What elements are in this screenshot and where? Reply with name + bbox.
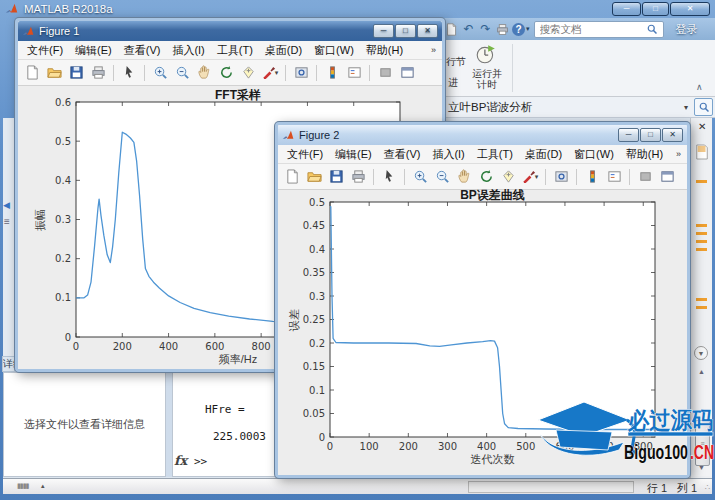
insert-colorbar-icon[interactable] — [322, 64, 342, 82]
data-cursor-icon[interactable] — [238, 64, 258, 82]
address-bar[interactable]: 立叶BP谐波分析 ▾ — [443, 97, 715, 118]
resize-grip-icon[interactable]: ∴ — [705, 483, 710, 492]
new-figure-icon[interactable] — [282, 168, 302, 186]
data-cursor-icon[interactable] — [498, 168, 518, 186]
print-figure-icon[interactable] — [88, 64, 108, 82]
zoom-out-icon[interactable] — [172, 64, 192, 82]
figure1-titlebar[interactable]: Figure 1 ─ □ ✕ — [18, 21, 442, 41]
brush-icon[interactable]: ▾ — [260, 64, 280, 82]
menu-help[interactable]: 帮助(H) — [360, 43, 409, 58]
maximize-button[interactable]: □ — [642, 2, 669, 16]
fx-icon: fx — [174, 453, 187, 468]
menu-view[interactable]: 查看(V) — [378, 147, 427, 162]
link-plot-icon[interactable] — [291, 64, 311, 82]
close-button[interactable]: ✕ — [670, 2, 710, 16]
code-warning-marker[interactable] — [696, 298, 707, 301]
code-warning-marker[interactable] — [696, 240, 707, 243]
edit-plot-icon[interactable] — [379, 168, 399, 186]
menu-desktop[interactable]: 桌面(D) — [519, 147, 568, 162]
figure2-titlebar[interactable]: Figure 2 ─ □ ✕ — [278, 125, 687, 145]
save-figure-icon[interactable] — [326, 168, 346, 186]
menu-desktop[interactable]: 桌面(D) — [259, 43, 308, 58]
edit-plot-icon[interactable] — [119, 64, 139, 82]
close-button[interactable]: ✕ — [662, 128, 683, 142]
insert-legend-icon[interactable] — [604, 168, 624, 186]
help-dropdown-icon[interactable]: ▾ — [526, 25, 530, 33]
undo-icon[interactable]: ↶ — [460, 21, 477, 38]
menu-window[interactable]: 窗口(W) — [308, 43, 360, 58]
menu-view[interactable]: 查看(V) — [118, 43, 167, 58]
scroll-up-icon[interactable]: ▲ — [698, 368, 705, 375]
show-plot-tools-icon[interactable] — [657, 168, 677, 186]
menu-file[interactable]: 文件(F) — [21, 43, 69, 58]
maximize-button[interactable]: □ — [640, 128, 661, 142]
pan-icon[interactable] — [194, 64, 214, 82]
code-warning-marker[interactable] — [696, 248, 707, 251]
minimize-button[interactable]: ─ — [612, 2, 641, 16]
command-prompt[interactable]: >> — [194, 455, 207, 468]
details-panel-tab[interactable]: 详细信息 — [2, 356, 15, 372]
link-plot-icon[interactable] — [551, 168, 571, 186]
zoom-in-icon[interactable] — [410, 168, 430, 186]
code-warning-marker[interactable] — [696, 306, 707, 309]
folder-search-button[interactable] — [694, 98, 713, 116]
save-figure-icon[interactable] — [66, 64, 86, 82]
brush-dropdown-icon[interactable]: ▾ — [275, 69, 279, 77]
zoom-out-icon[interactable] — [432, 168, 452, 186]
print-figure-icon[interactable] — [348, 168, 368, 186]
menu-help[interactable]: 帮助(H) — [620, 147, 669, 162]
doc-search-input[interactable] — [538, 22, 646, 36]
menu-tools[interactable]: 工具(T) — [211, 43, 259, 58]
menu-edit[interactable]: 编辑(E) — [329, 147, 378, 162]
rotate-3d-icon[interactable] — [476, 168, 496, 186]
show-plot-tools-icon[interactable] — [397, 64, 417, 82]
main-titlebar[interactable]: MATLAB R2018a — [0, 0, 715, 18]
redo-icon[interactable]: ↷ — [477, 21, 494, 38]
current-folder-path[interactable]: 立叶BP谐波分析 — [448, 100, 532, 115]
help-icon[interactable]: ? — [512, 23, 525, 36]
editor-close-icon[interactable]: ✕ — [698, 121, 706, 132]
menu-tools[interactable]: 工具(T) — [471, 147, 519, 162]
insert-legend-icon[interactable] — [344, 64, 364, 82]
status-widget-icon[interactable]: ▮▮▮▮ — [17, 482, 28, 490]
search-icon[interactable] — [646, 23, 658, 35]
close-button[interactable]: ✕ — [417, 24, 438, 38]
status-widget-caret-icon[interactable]: ▴ — [41, 482, 45, 490]
menu-overflow-icon[interactable]: » — [431, 45, 439, 55]
hide-plot-tools-icon[interactable] — [375, 64, 395, 82]
back-icon[interactable]: ◀ — [3, 200, 10, 210]
menu-insert[interactable]: 插入(I) — [426, 147, 470, 162]
run-and-time-button[interactable]: 运行并计时 — [468, 68, 506, 90]
zoom-in-icon[interactable] — [150, 64, 170, 82]
menu-overflow-icon[interactable]: » — [676, 149, 684, 159]
minimize-button[interactable]: ─ — [618, 128, 639, 142]
run-and-time-icon[interactable] — [475, 43, 497, 69]
menu-file[interactable]: 文件(F) — [281, 147, 329, 162]
message-indicator-icon[interactable]: ▼ — [694, 346, 708, 360]
maximize-button[interactable]: □ — [395, 24, 416, 38]
new-script-icon[interactable] — [443, 21, 460, 38]
rotate-3d-icon[interactable] — [216, 64, 236, 82]
hide-plot-tools-icon[interactable] — [635, 168, 655, 186]
code-warning-marker[interactable] — [696, 224, 707, 227]
menu-window[interactable]: 窗口(W) — [568, 147, 620, 162]
ribbon-collapse-icon[interactable]: ∧ — [696, 82, 703, 92]
menu-insert[interactable]: 插入(I) — [166, 43, 210, 58]
login-button[interactable]: 登录 — [676, 22, 698, 37]
code-warning-marker[interactable] — [696, 180, 707, 183]
insert-colorbar-icon[interactable] — [582, 168, 602, 186]
open-file-icon[interactable] — [44, 64, 64, 82]
list-icon[interactable]: ≡ — [4, 216, 10, 227]
editor-document-icon[interactable] — [695, 144, 709, 164]
menu-edit[interactable]: 编辑(E) — [69, 43, 118, 58]
path-dropdown-icon[interactable]: ▾ — [684, 103, 694, 112]
brush-icon[interactable]: ▾ — [520, 168, 540, 186]
open-file-icon[interactable] — [304, 168, 324, 186]
pan-icon[interactable] — [454, 168, 474, 186]
print-icon[interactable] — [494, 21, 511, 38]
new-figure-icon[interactable] — [22, 64, 42, 82]
code-warning-marker[interactable] — [696, 232, 707, 235]
minimize-button[interactable]: ─ — [373, 24, 394, 38]
brush-dropdown-icon[interactable]: ▾ — [535, 173, 539, 181]
toolbar-separator — [113, 65, 114, 81]
